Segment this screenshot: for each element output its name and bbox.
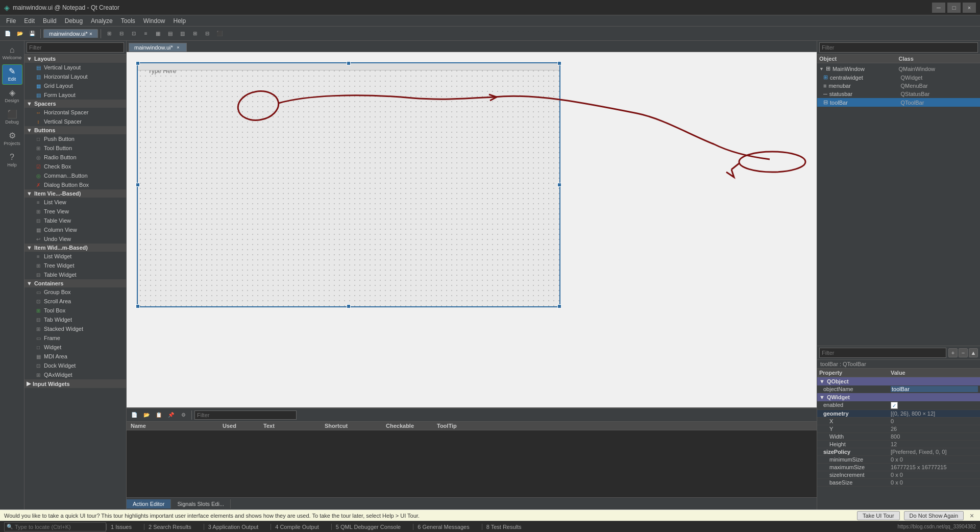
object-filter-input[interactable] xyxy=(819,42,978,53)
handle-mr[interactable] xyxy=(557,183,561,187)
menu-tools[interactable]: Tools xyxy=(117,16,139,26)
widget-dock-widget[interactable]: ⊡ Dock Widget xyxy=(24,361,126,370)
toolbar-btn-6[interactable]: ▤ xyxy=(165,28,176,39)
minimize-button[interactable]: ─ xyxy=(932,3,945,13)
obj-mainwindow[interactable]: ▼ ⊞ MainWindow QMainWindow xyxy=(817,64,980,73)
sidebar-design-button[interactable]: ◈ Design xyxy=(2,86,22,106)
action-settings-button[interactable]: ⚙ xyxy=(178,409,189,421)
toolbar-btn-10[interactable]: ⬛ xyxy=(214,28,225,39)
widget-list-view[interactable]: ≡ List View xyxy=(24,198,126,207)
menu-file[interactable]: File xyxy=(2,16,20,26)
prop-remove-button[interactable]: − xyxy=(959,348,968,357)
widget-push-button[interactable]: □ Push Button xyxy=(24,134,126,143)
menu-edit[interactable]: Edit xyxy=(20,16,39,26)
widget-widget[interactable]: □ Widget xyxy=(24,343,126,352)
toolbar-btn-5[interactable]: ▦ xyxy=(153,28,164,39)
locate-input[interactable] xyxy=(15,524,104,530)
section-spacers[interactable]: ▼ Spacers xyxy=(24,100,126,108)
tour-close-button[interactable]: × xyxy=(968,512,976,520)
widget-check-box[interactable]: ☑ Check Box xyxy=(24,162,126,171)
widget-table-widget[interactable]: ⊟ Table Widget xyxy=(24,270,126,279)
widget-tree-view[interactable]: ⊞ Tree View xyxy=(24,207,126,216)
prop-maximumsize[interactable]: maximumSize 16777215 x 16777215 xyxy=(817,464,980,471)
obj-menubar[interactable]: ≡ menubar QMenuBar xyxy=(817,82,980,90)
action-filter-input[interactable] xyxy=(194,410,297,420)
section-item-views[interactable]: ▼ Item Vie...-Based) xyxy=(24,189,126,198)
widget-frame[interactable]: ▭ Frame xyxy=(24,333,126,343)
widget-table-view[interactable]: ⊟ Table View xyxy=(24,216,126,225)
obj-statusbar[interactable]: ─ statusbar QStatusBar xyxy=(817,90,980,98)
handle-tl[interactable] xyxy=(136,61,140,65)
prop-x[interactable]: X 0 xyxy=(817,418,980,425)
action-copy-button[interactable]: 📋 xyxy=(153,409,164,421)
toolbar-new[interactable]: 📄 xyxy=(2,28,13,39)
section-qwidget[interactable]: ▼ QWidget xyxy=(817,393,980,401)
widget-radio-button[interactable]: ◎ Radio Button xyxy=(24,153,126,162)
tab-mainwindow-ui[interactable]: mainwindow.ui* × xyxy=(43,29,98,38)
sidebar-edit-button[interactable]: ✎ Edit xyxy=(2,64,22,85)
status-compile-output[interactable]: 4 Compile Output xyxy=(271,524,323,530)
prop-minimumsize[interactable]: minimumSize 0 x 0 xyxy=(817,456,980,464)
prop-geometry[interactable]: geometry [{0, 26}, 800 × 12] xyxy=(817,410,980,418)
prop-up-button[interactable]: ▲ xyxy=(969,348,978,357)
action-paste-button[interactable]: 📌 xyxy=(165,409,177,421)
canvas-widget[interactable]: Type Here xyxy=(137,62,560,307)
widget-column-view[interactable]: ▦ Column View xyxy=(24,225,126,234)
widget-group-box[interactable]: ▭ Group Box xyxy=(24,287,126,297)
widget-scroll-area[interactable]: ⊡ Scroll Area xyxy=(24,297,126,306)
prop-width[interactable]: Width 800 xyxy=(817,433,980,441)
action-new-button[interactable]: 📄 xyxy=(129,409,140,421)
widget-stacked-widget[interactable]: ⊞ Stacked Widget xyxy=(24,324,126,333)
widget-tool-button[interactable]: ⊞ Tool Button xyxy=(24,143,126,153)
action-open-button[interactable]: 📂 xyxy=(141,409,152,421)
status-test-results[interactable]: 8 Test Results xyxy=(482,524,526,530)
handle-ml[interactable] xyxy=(136,183,140,187)
toolbar-btn-1[interactable]: ⊞ xyxy=(104,28,115,39)
menu-analyze[interactable]: Analyze xyxy=(87,16,117,26)
handle-br[interactable] xyxy=(557,304,561,308)
take-tour-button[interactable]: Take UI Tour xyxy=(857,511,900,520)
enabled-checkbox[interactable]: ✓ xyxy=(891,402,898,409)
close-window-button[interactable]: × xyxy=(963,3,976,13)
toolbar-btn-2[interactable]: ⊟ xyxy=(116,28,127,39)
toolbar-btn-8[interactable]: ⊞ xyxy=(189,28,201,39)
tab-signals-slots[interactable]: Signals Slots Edi... xyxy=(171,499,231,509)
status-general-messages[interactable]: 6 General Messages xyxy=(413,524,474,530)
sidebar-debug-button[interactable]: ⬛ Debug xyxy=(2,107,22,128)
center-tab-close-icon[interactable]: × xyxy=(175,44,181,51)
status-app-output[interactable]: 3 Application Output xyxy=(204,524,262,530)
toolbar-btn-4[interactable]: ≡ xyxy=(140,28,152,39)
do-not-show-button[interactable]: Do Not Show Again xyxy=(904,511,964,520)
menu-build[interactable]: Build xyxy=(39,16,61,26)
toolbar-btn-7[interactable]: ▥ xyxy=(177,28,188,39)
sidebar-help-button[interactable]: ? Help xyxy=(2,150,22,171)
prop-sizeincrement[interactable]: sizeIncrement 0 x 0 xyxy=(817,471,980,479)
maximize-button[interactable]: □ xyxy=(947,3,961,13)
toolbar-btn-3[interactable]: ⊡ xyxy=(128,28,139,39)
widget-command-button[interactable]: ◎ Comman...Button xyxy=(24,171,126,180)
obj-centralwidget[interactable]: ⊞ centralwidget QWidget xyxy=(817,73,980,82)
status-search[interactable]: 2 Search Results xyxy=(144,524,195,530)
prop-filter-input[interactable] xyxy=(819,348,946,358)
widget-vertical-layout[interactable]: ▤ Vertical Layout xyxy=(24,63,126,72)
prop-enabled[interactable]: enabled ✓ xyxy=(817,401,980,410)
widget-filter-input[interactable] xyxy=(27,42,124,53)
toolbar-save[interactable]: 💾 xyxy=(27,28,38,39)
status-qml-debugger[interactable]: 5 QML Debugger Console xyxy=(331,524,405,530)
prop-y[interactable]: Y 26 xyxy=(817,425,980,433)
widget-dialog-button-box[interactable]: ✗ Dialog Button Box xyxy=(24,180,126,189)
widget-tool-box[interactable]: ⊞ Tool Box xyxy=(24,306,126,315)
handle-tc[interactable] xyxy=(347,61,351,65)
status-issues[interactable]: 1 Issues xyxy=(106,524,136,530)
widget-qax-widget[interactable]: ⊞ QAxWidget xyxy=(24,370,126,379)
menu-window[interactable]: Window xyxy=(139,16,169,26)
tab-close-icon[interactable]: × xyxy=(89,31,92,37)
prop-basesize[interactable]: baseSize 0 x 0 xyxy=(817,479,980,487)
toolbar-btn-9[interactable]: ⊟ xyxy=(202,28,213,39)
handle-bl[interactable] xyxy=(136,304,140,308)
widget-tab-widget[interactable]: ⊟ Tab Widget xyxy=(24,315,126,324)
menu-debug[interactable]: Debug xyxy=(61,16,87,26)
widget-horizontal-spacer[interactable]: ↔ Horizontal Spacer xyxy=(24,108,126,117)
section-layouts[interactable]: ▼ Layouts xyxy=(24,55,126,63)
center-tab-mainwindow[interactable]: mainwindow.ui* × xyxy=(129,43,187,52)
